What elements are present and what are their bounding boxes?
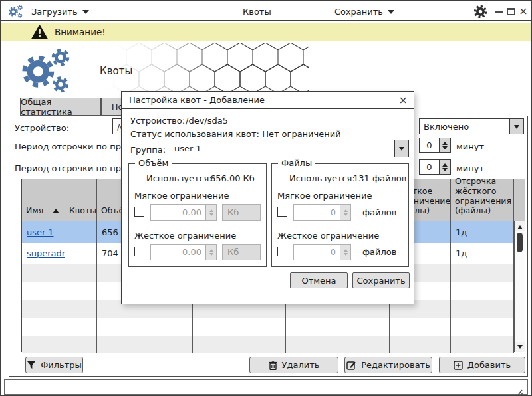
volume-group: Объём Используется: 656.00 Кб Мягкое огр… — [128, 163, 267, 267]
table-cell — [390, 336, 451, 353]
table-cell — [65, 336, 97, 353]
volume-hard-limit-checkbox[interactable] — [134, 247, 144, 256]
volume-used-value: 656.00 Кб — [210, 173, 255, 183]
cancel-button[interactable]: Отмена — [290, 272, 348, 288]
warning-triangle-icon — [31, 25, 48, 41]
group-select[interactable]: user-1 — [170, 140, 409, 157]
dialog-close-icon[interactable]: × — [399, 94, 408, 106]
table-cell — [390, 318, 451, 336]
table-cell: -- — [65, 243, 97, 264]
table-cell[interactable]: superadmin — [22, 243, 65, 264]
grace-period-1-spinner[interactable]: 0 — [419, 138, 451, 153]
quota-status-select[interactable]: Включено — [419, 118, 524, 134]
vertical-scrollbar[interactable] — [514, 221, 525, 352]
empty-table-row — [22, 336, 514, 353]
resize-grip-icon[interactable] — [514, 389, 523, 396]
spinner-arrows-icon — [340, 244, 351, 260]
quota-dialog: Настройка квот - Добавление × Устройство… — [121, 91, 414, 304]
table-cell — [451, 282, 514, 300]
spinner-arrows-icon — [205, 204, 217, 221]
chevron-down-icon — [82, 10, 89, 17]
files-soft-limit-label: Мягкое ограничение — [277, 191, 372, 201]
dialog-title-bar: Настройка квот - Добавление × — [122, 92, 414, 109]
save-menu[interactable]: Сохранить — [334, 1, 394, 21]
files-soft-limit-checkbox[interactable] — [277, 207, 287, 217]
chevron-down-icon — [509, 119, 523, 134]
add-button[interactable]: Добавить — [439, 357, 525, 373]
trash-icon — [269, 361, 277, 370]
files-hard-limit-checkbox[interactable] — [277, 247, 287, 256]
spinner-arrows-icon[interactable] — [439, 159, 451, 175]
table-cell — [22, 336, 65, 353]
column-header-label: Имя — [26, 206, 43, 216]
device-label: Устройство: — [15, 123, 69, 133]
table-cell — [97, 336, 193, 353]
table-cell — [286, 336, 390, 353]
dialog-title: Настройка квот - Добавление — [129, 95, 265, 105]
dialog-device-value: /dev/sda5 — [186, 116, 228, 126]
table-cell: 1д — [451, 243, 514, 264]
scrollbar-thumb[interactable] — [517, 233, 523, 252]
warning-text: Внимание! — [55, 27, 106, 37]
settings-gear-icon[interactable] — [474, 1, 487, 21]
column-header-6[interactable]: Отсрочка жёсткого ограничения (файлы) — [451, 179, 514, 221]
delete-button[interactable]: Удалить — [249, 357, 338, 373]
maximize-button[interactable] — [504, 1, 517, 21]
table-cell — [451, 300, 514, 318]
files-used-label: Используется: — [289, 173, 355, 183]
table-cell: 1д — [451, 221, 514, 243]
grace-period-1-unit: минут — [456, 142, 484, 151]
volume-hard-unit-select: Кб — [222, 244, 261, 260]
table-cell — [97, 318, 193, 336]
volume-soft-limit-label: Мягкое ограничение — [134, 191, 229, 201]
page-title: Квоты — [100, 65, 132, 77]
warning-bar: Внимание! — [1, 23, 531, 41]
close-button[interactable]: × — [517, 1, 530, 21]
minimize-button[interactable] — [492, 1, 505, 21]
user-link[interactable]: superadmin — [27, 248, 65, 258]
save-menu-label: Сохранить — [334, 7, 383, 17]
table-cell — [65, 282, 97, 300]
table-cell[interactable]: user-1 — [22, 221, 65, 243]
scroll-up-icon[interactable] — [515, 221, 525, 231]
table-cell — [193, 318, 286, 336]
column-header-0[interactable]: Имя — [22, 179, 65, 221]
volume-soft-limit-checkbox[interactable] — [134, 207, 144, 217]
table-cell — [22, 264, 65, 282]
spinner-arrows-icon[interactable] — [439, 138, 451, 153]
files-group-legend: Файлы — [278, 158, 315, 168]
files-soft-limit-spinner: 0 — [293, 204, 351, 221]
files-hard-limit-spinner: 0 — [293, 244, 351, 260]
empty-table-row — [22, 318, 514, 336]
tab-general-statistics[interactable]: Общая статистика — [20, 98, 101, 116]
table-cell — [22, 300, 65, 318]
column-header-1[interactable]: Квоты — [65, 179, 97, 221]
header-filler — [514, 179, 525, 221]
files-soft-unit-label: файлов — [362, 207, 396, 217]
grace-period-2-spinner[interactable]: 0 — [419, 159, 451, 175]
app-gears-icon — [7, 1, 24, 21]
save-button[interactable]: Сохранить — [352, 272, 410, 288]
volume-used-label: Используется: — [146, 173, 212, 183]
user-link[interactable]: user-1 — [27, 227, 54, 237]
group-select-label: Группа: — [130, 145, 166, 155]
table-cell — [451, 336, 514, 353]
chevron-down-icon — [394, 140, 408, 157]
title-bar: Загрузить Квоты Сохранить × — [1, 1, 531, 21]
table-cell: -- — [65, 221, 97, 243]
table-cell — [451, 264, 514, 282]
edit-button[interactable]: Редактировать — [344, 357, 432, 373]
table-cell — [22, 282, 65, 300]
filters-button[interactable]: Фильтры — [25, 357, 83, 373]
window-title: Квоты — [243, 1, 271, 21]
scroll-down-icon[interactable] — [515, 342, 525, 352]
plus-icon — [454, 361, 463, 370]
column-header-label: Отсрочка жёсткого ограничения (файлы) — [455, 177, 511, 216]
table-cell — [65, 264, 97, 282]
status-bar — [4, 379, 528, 395]
table-cell — [193, 336, 286, 353]
load-menu[interactable]: Загрузить — [31, 1, 89, 21]
volume-hard-limit-spinner: 0.00 — [150, 244, 217, 260]
funnel-icon — [27, 361, 36, 369]
table-cell — [286, 318, 390, 336]
